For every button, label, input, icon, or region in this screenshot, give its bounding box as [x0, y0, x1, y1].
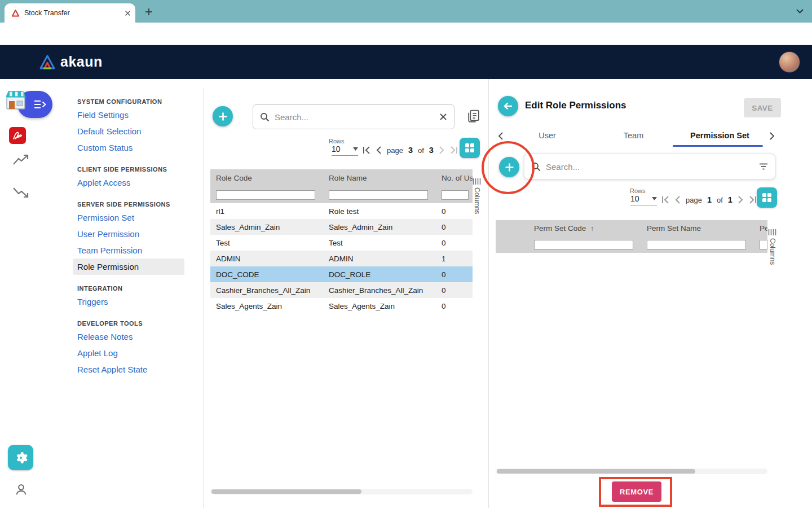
- filter-perm-set-code-input[interactable]: [534, 240, 633, 249]
- last-page-button[interactable]: [449, 146, 458, 154]
- tab-close-icon[interactable]: [125, 10, 131, 16]
- table-row[interactable]: rl1 Role test 0: [210, 203, 473, 219]
- nav-section-server-side-permissions: SERVER SIDE PERMISSIONS Permission Set U…: [77, 201, 203, 275]
- tab-team[interactable]: Team: [590, 131, 677, 140]
- back-arrow-icon: [503, 102, 513, 111]
- add-permission-set-button[interactable]: [499, 157, 519, 177]
- copy-list-icon[interactable]: [466, 108, 481, 124]
- next-page-button[interactable]: [439, 146, 444, 154]
- col-header-perm-set-name[interactable]: Perm Set Name: [641, 224, 754, 233]
- back-button[interactable]: [498, 96, 518, 116]
- table-row[interactable]: Sales_Admin_Zain Sales_Admin_Zain 0: [210, 219, 473, 235]
- nav-section-integration: INTEGRATION Triggers: [77, 285, 203, 310]
- remove-button[interactable]: REMOVE: [612, 481, 661, 502]
- table-row[interactable]: Cashier_Branches_All_Zain Cashier_Branch…: [210, 282, 473, 298]
- sidebar-item-applet-access[interactable]: Applet Access: [73, 174, 135, 191]
- applet-store-icon[interactable]: [3, 87, 29, 116]
- filter-users-input[interactable]: [442, 190, 469, 200]
- permission-search-input[interactable]: [546, 162, 754, 172]
- filter-role-name-input[interactable]: [329, 190, 428, 200]
- table-row[interactable]: Test Test 0: [210, 235, 473, 251]
- sidebar-item-user-permission[interactable]: User Permission: [73, 226, 144, 242]
- left-icon-rail: [0, 79, 43, 508]
- sidebar-item-release-notes[interactable]: Release Notes: [73, 329, 137, 345]
- sidebar-item-team-permission[interactable]: Team Permission: [73, 242, 147, 259]
- table-row-selected[interactable]: DOC_CODE DOC_ROLE 0: [210, 266, 473, 282]
- rows-label: Rows: [630, 187, 646, 194]
- new-tab-button[interactable]: [142, 5, 156, 19]
- horizontal-scrollbar[interactable]: [496, 468, 767, 474]
- screen: Stock Transfer akaun.cloud/#/applet/tnt/…: [0, 0, 812, 508]
- permission-table-header: Perm Set Code ↑ Perm Set Name Pe: [496, 220, 767, 236]
- col-header-role-code[interactable]: Role Code: [210, 174, 323, 182]
- col-header-no-of-users[interactable]: No. of Us: [436, 174, 473, 182]
- col-header-perm-set-code[interactable]: Perm Set Code ↑: [528, 224, 641, 233]
- browser-tab[interactable]: Stock Transfer: [5, 3, 135, 23]
- last-page-button[interactable]: [748, 196, 757, 204]
- tab-permission-set[interactable]: Permission Set: [677, 131, 763, 140]
- table-row[interactable]: ADMIN ADMIN 1: [210, 251, 473, 266]
- rows-per-page-select[interactable]: 10: [332, 144, 358, 156]
- clear-search-icon[interactable]: [439, 113, 447, 121]
- of-word: of: [418, 146, 424, 155]
- browser-tab-strip: Stock Transfer: [0, 0, 812, 23]
- caret-down-icon: [652, 197, 657, 200]
- role-search-input[interactable]: [275, 112, 434, 122]
- first-page-button[interactable]: [661, 196, 670, 204]
- role-search-box: [253, 104, 454, 129]
- tab-user[interactable]: User: [504, 131, 590, 140]
- account-person-icon[interactable]: [14, 483, 28, 497]
- col-header-truncated[interactable]: Pe: [754, 224, 767, 233]
- trending-down-icon[interactable]: [12, 185, 30, 199]
- settings-gear-button[interactable]: [8, 445, 33, 470]
- tabs-scroll-left-icon[interactable]: [498, 132, 503, 140]
- user-avatar[interactable]: [779, 51, 800, 73]
- add-role-button[interactable]: [213, 106, 233, 126]
- col-header-role-name[interactable]: Role Name: [323, 174, 436, 182]
- caret-down-icon: [353, 147, 358, 151]
- save-button[interactable]: SAVE: [744, 98, 781, 117]
- tabs-scroll-right-icon[interactable]: [770, 132, 775, 140]
- grid-icon: [465, 143, 475, 153]
- plus-icon: [505, 163, 514, 172]
- search-icon: [531, 162, 541, 172]
- rows-per-page-select[interactable]: 10: [630, 194, 657, 205]
- filter-icon[interactable]: [759, 163, 768, 170]
- sidebar-item-role-permission[interactable]: Role Permission: [73, 259, 184, 275]
- grid-view-button[interactable]: [757, 187, 777, 208]
- role-table-header: Role Code Role Name No. of Us: [210, 169, 473, 186]
- filter-role-code-input[interactable]: [216, 190, 315, 200]
- grid-view-button[interactable]: [460, 138, 480, 158]
- permission-tabs: User Team Permission Set: [504, 131, 764, 140]
- sidebar-item-field-settings[interactable]: Field Settings: [73, 107, 133, 123]
- prev-page-button[interactable]: [675, 196, 681, 204]
- columns-handle[interactable]: Columns: [473, 178, 481, 214]
- columns-handle[interactable]: Columns: [768, 229, 776, 265]
- sidebar-item-custom-status[interactable]: Custom Status: [73, 139, 137, 156]
- filter-truncated-input[interactable]: [760, 240, 767, 249]
- sidebar-item-applet-log[interactable]: Applet Log: [73, 345, 122, 361]
- pdf-icon[interactable]: [9, 127, 26, 144]
- sort-asc-icon[interactable]: ↑: [590, 225, 594, 233]
- prev-page-button[interactable]: [376, 146, 382, 154]
- filter-perm-set-name-input[interactable]: [647, 240, 746, 249]
- table-row[interactable]: Sales_Agents_Zain Sales_Agents_Zain 0: [210, 298, 473, 314]
- grid-icon: [762, 192, 772, 203]
- scrollbar-thumb[interactable]: [211, 489, 361, 494]
- sidebar-item-triggers[interactable]: Triggers: [73, 294, 112, 310]
- rows-value: 10: [332, 144, 341, 154]
- panel-title: Edit Role Permissions: [525, 100, 626, 111]
- sidebar-item-reset-applet-state[interactable]: Reset Applet State: [73, 361, 152, 378]
- sidebar-item-default-selection[interactable]: Default Selection: [73, 123, 145, 139]
- nav-section-developer-tools: DEVELOPER TOOLS Release Notes Applet Log…: [77, 320, 203, 378]
- sidebar-item-permission-set[interactable]: Permission Set: [73, 209, 139, 226]
- first-page-button[interactable]: [363, 146, 371, 154]
- pagination: page 1 of 1: [661, 193, 757, 207]
- next-page-button[interactable]: [738, 196, 743, 204]
- horizontal-scrollbar[interactable]: [210, 489, 473, 494]
- section-heading: DEVELOPER TOOLS: [77, 320, 203, 327]
- scrollbar-thumb[interactable]: [497, 469, 695, 474]
- columns-label: Columns: [769, 238, 776, 265]
- trending-up-icon[interactable]: [12, 154, 30, 167]
- tab-list-chevron-icon[interactable]: [796, 9, 804, 14]
